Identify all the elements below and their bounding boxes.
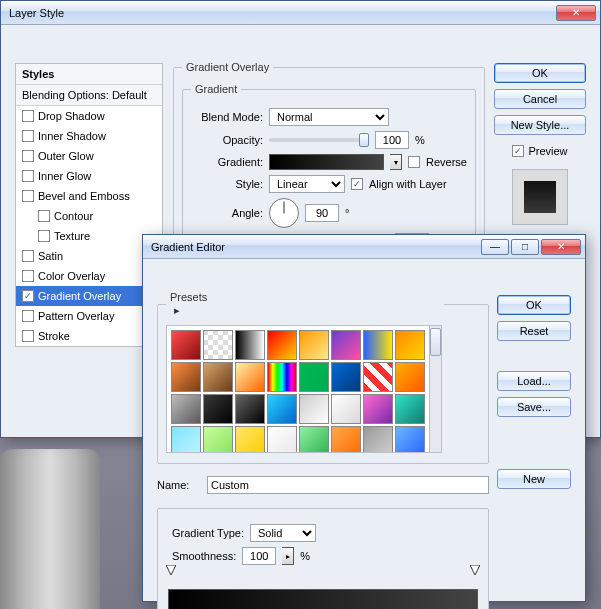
preset-swatch[interactable] bbox=[171, 362, 201, 392]
gradient-editor-title: Gradient Editor bbox=[151, 241, 481, 253]
presets-flyout-icon[interactable]: ▸ bbox=[170, 303, 184, 317]
ge-load-button[interactable]: Load... bbox=[497, 371, 571, 391]
preset-scrollbar[interactable] bbox=[430, 325, 442, 453]
preset-swatch[interactable] bbox=[235, 394, 265, 424]
preset-swatch[interactable] bbox=[395, 394, 425, 424]
preset-swatch[interactable] bbox=[299, 362, 329, 392]
name-input[interactable] bbox=[207, 476, 489, 494]
preset-swatch[interactable] bbox=[267, 426, 297, 453]
preset-swatch[interactable] bbox=[171, 426, 201, 453]
preset-swatch[interactable] bbox=[171, 330, 201, 360]
gradient-type-select[interactable]: Solid bbox=[250, 524, 316, 542]
align-checkbox[interactable]: ✓ bbox=[351, 178, 363, 190]
preset-swatch[interactable] bbox=[267, 362, 297, 392]
close-icon[interactable]: ✕ bbox=[556, 5, 596, 21]
gradient-bar[interactable] bbox=[168, 589, 478, 609]
close-icon[interactable]: ✕ bbox=[541, 239, 581, 255]
preset-swatch[interactable] bbox=[203, 362, 233, 392]
styles-item-stroke[interactable]: Stroke bbox=[16, 326, 162, 346]
styles-checkbox[interactable] bbox=[22, 310, 34, 322]
styles-item-label: Pattern Overlay bbox=[38, 310, 114, 322]
styles-checkbox[interactable] bbox=[22, 250, 34, 262]
preset-swatch[interactable] bbox=[331, 362, 361, 392]
preset-swatch[interactable] bbox=[299, 394, 329, 424]
gradient-swatch[interactable] bbox=[269, 154, 384, 170]
gradient-dropdown-icon[interactable]: ▾ bbox=[390, 154, 402, 170]
style-label: Style: bbox=[191, 178, 263, 190]
styles-item-bevel-and-emboss[interactable]: Bevel and Emboss bbox=[16, 186, 162, 206]
ge-ok-button[interactable]: OK bbox=[497, 295, 571, 315]
styles-item-contour[interactable]: Contour bbox=[16, 206, 162, 226]
preset-swatch[interactable] bbox=[363, 362, 393, 392]
styles-item-label: Bevel and Emboss bbox=[38, 190, 130, 202]
gradient-editor-titlebar[interactable]: Gradient Editor — □ ✕ bbox=[143, 235, 585, 259]
preset-swatch[interactable] bbox=[171, 394, 201, 424]
styles-item-inner-glow[interactable]: Inner Glow bbox=[16, 166, 162, 186]
preset-swatch[interactable] bbox=[331, 426, 361, 453]
preset-swatch[interactable] bbox=[235, 362, 265, 392]
preset-swatch[interactable] bbox=[395, 330, 425, 360]
styles-checkbox[interactable]: ✓ bbox=[22, 290, 34, 302]
ge-save-button[interactable]: Save... bbox=[497, 397, 571, 417]
styles-checkbox[interactable] bbox=[22, 270, 34, 282]
style-select[interactable]: Linear bbox=[269, 175, 345, 193]
blend-mode-select[interactable]: Normal bbox=[269, 108, 389, 126]
preview-checkbox[interactable]: ✓ bbox=[512, 145, 524, 157]
styles-item-gradient-overlay[interactable]: ✓Gradient Overlay bbox=[16, 286, 162, 306]
styles-checkbox[interactable] bbox=[22, 190, 34, 202]
styles-item-color-overlay[interactable]: Color Overlay bbox=[16, 266, 162, 286]
smoothness-input[interactable] bbox=[242, 547, 276, 565]
preset-swatch[interactable] bbox=[203, 394, 233, 424]
styles-item-label: Texture bbox=[54, 230, 90, 242]
styles-checkbox[interactable] bbox=[22, 130, 34, 142]
preset-swatch[interactable] bbox=[299, 330, 329, 360]
blending-options-row[interactable]: Blending Options: Default bbox=[16, 85, 162, 106]
styles-item-outer-glow[interactable]: Outer Glow bbox=[16, 146, 162, 166]
opacity-stop-right[interactable] bbox=[470, 565, 480, 575]
styles-header[interactable]: Styles bbox=[16, 64, 162, 85]
styles-item-inner-shadow[interactable]: Inner Shadow bbox=[16, 126, 162, 146]
angle-input[interactable] bbox=[305, 204, 339, 222]
styles-checkbox[interactable] bbox=[22, 110, 34, 122]
preset-swatch[interactable] bbox=[331, 394, 361, 424]
styles-item-pattern-overlay[interactable]: Pattern Overlay bbox=[16, 306, 162, 326]
preset-swatch[interactable] bbox=[363, 394, 393, 424]
layer-style-titlebar[interactable]: Layer Style ✕ bbox=[1, 1, 600, 25]
preset-swatch[interactable] bbox=[395, 426, 425, 453]
styles-checkbox[interactable] bbox=[22, 170, 34, 182]
styles-item-drop-shadow[interactable]: Drop Shadow bbox=[16, 106, 162, 126]
opacity-slider[interactable] bbox=[269, 138, 369, 142]
preset-swatch[interactable] bbox=[203, 330, 233, 360]
styles-checkbox[interactable] bbox=[22, 150, 34, 162]
maximize-icon[interactable]: □ bbox=[511, 239, 539, 255]
ge-new-button[interactable]: New bbox=[497, 469, 571, 489]
preset-swatch[interactable] bbox=[395, 362, 425, 392]
preview-label: Preview bbox=[528, 145, 567, 157]
styles-checkbox[interactable] bbox=[38, 230, 50, 242]
opacity-input[interactable] bbox=[375, 131, 409, 149]
smoothness-stepper-icon[interactable]: ▸ bbox=[282, 547, 294, 565]
styles-item-texture[interactable]: Texture bbox=[16, 226, 162, 246]
preset-swatch[interactable] bbox=[363, 426, 393, 453]
styles-checkbox[interactable] bbox=[38, 210, 50, 222]
preset-swatch[interactable] bbox=[331, 330, 361, 360]
angle-dial[interactable] bbox=[269, 198, 299, 228]
preset-swatch[interactable] bbox=[363, 330, 393, 360]
ge-reset-button[interactable]: Reset bbox=[497, 321, 571, 341]
cancel-button[interactable]: Cancel bbox=[494, 89, 586, 109]
preset-swatch[interactable] bbox=[235, 330, 265, 360]
minimize-icon[interactable]: — bbox=[481, 239, 509, 255]
preset-swatch[interactable] bbox=[203, 426, 233, 453]
reverse-checkbox[interactable] bbox=[408, 156, 420, 168]
preset-swatch[interactable] bbox=[267, 330, 297, 360]
preset-swatch[interactable] bbox=[299, 426, 329, 453]
styles-item-label: Drop Shadow bbox=[38, 110, 105, 122]
styles-item-satin[interactable]: Satin bbox=[16, 246, 162, 266]
ok-button[interactable]: OK bbox=[494, 63, 586, 83]
styles-checkbox[interactable] bbox=[22, 330, 34, 342]
new-style-button[interactable]: New Style... bbox=[494, 115, 586, 135]
preset-swatch[interactable] bbox=[267, 394, 297, 424]
opacity-stop-left[interactable] bbox=[166, 565, 176, 575]
preset-swatch[interactable] bbox=[235, 426, 265, 453]
name-label: Name: bbox=[157, 479, 201, 491]
